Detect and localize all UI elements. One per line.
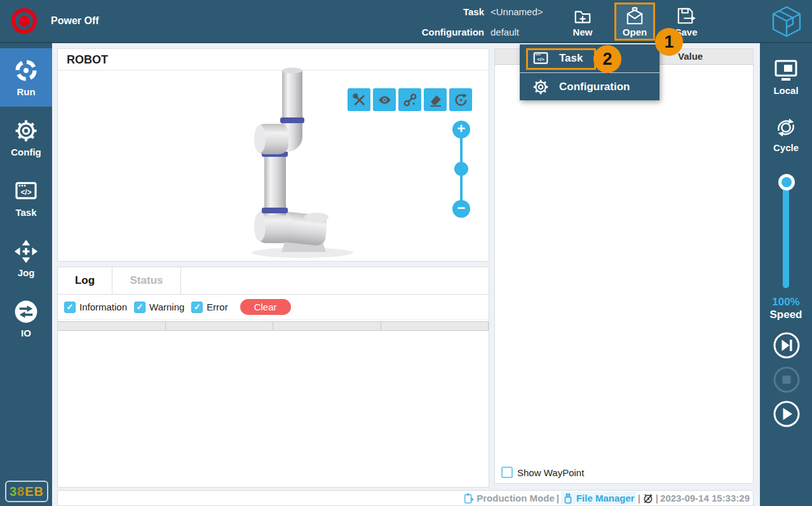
show-waypoint-checkbox[interactable] (501, 467, 513, 478)
show-waypoint-toggle[interactable]: Show WayPoint (501, 467, 584, 478)
robot-panel: ROBOT (57, 48, 489, 262)
code-window-icon: </> (14, 179, 38, 203)
annotation-step-1: 1 (655, 28, 683, 56)
power-button[interactable]: Power Off (11, 8, 99, 34)
right-sidebar: Local Cycle 100% Speed (760, 43, 812, 506)
play-button[interactable] (773, 400, 801, 428)
run-target-icon (14, 58, 38, 83)
open-button[interactable]: Open (614, 3, 655, 41)
local-mode-button[interactable]: Local (760, 58, 812, 96)
file-meta: Task <Unnamed> Configuration default (381, 1, 559, 42)
zoom-in-button[interactable]: + (452, 121, 470, 138)
log-column (58, 322, 166, 330)
filter-error[interactable]: ✓ Error (191, 302, 227, 313)
eye-icon (377, 92, 393, 108)
speed-slider-track[interactable] (783, 182, 789, 288)
open-dropdown-menu: </> Task Configuration (520, 44, 660, 100)
alarm-off-icon (642, 493, 654, 504)
badge-digit: 8 (17, 484, 25, 499)
error-checkbox[interactable]: ✓ (191, 302, 203, 313)
sidebar-item-label: Config (11, 147, 41, 157)
configuration-meta-label: Configuration (381, 27, 484, 37)
file-manager-link[interactable]: File Manager (561, 492, 636, 505)
menu-item-configuration[interactable]: Configuration (520, 72, 660, 100)
production-mode-icon (463, 493, 475, 504)
new-button-label: New (573, 27, 593, 37)
eraser-button[interactable] (424, 88, 447, 111)
log-tabs: Log Status (58, 267, 489, 295)
new-button[interactable]: New (562, 3, 603, 41)
log-panel: Log Status ✓ Information ✓ Warning ✓ Err… (57, 267, 489, 488)
task-meta-value: <Unnamed> (491, 6, 559, 17)
separator: | (557, 493, 559, 503)
eraser-icon (428, 92, 443, 108)
io-swap-icon (14, 300, 38, 324)
filter-information[interactable]: ✓ Information (64, 302, 127, 313)
value-panel: Value Show WayPoint (494, 48, 754, 484)
badge-digit: EB (25, 484, 44, 499)
information-checkbox[interactable]: ✓ (64, 302, 76, 313)
value-column-header: Value (678, 51, 703, 62)
save-floppy-icon (676, 6, 696, 25)
badge-digit: 3 (10, 484, 17, 499)
open-button-label: Open (623, 27, 647, 37)
left-sidebar: Run Config </> Task (0, 43, 52, 506)
speed-readout: 100% Speed (760, 296, 812, 321)
top-bar: Power Off Task <Unnamed> Configuration d… (0, 0, 812, 43)
step-forward-button[interactable] (773, 331, 801, 359)
annotation-step-2: 2 (593, 45, 621, 73)
power-label: Power Off (51, 15, 99, 27)
log-column (381, 322, 489, 330)
sidebar-item-label: Task (15, 207, 36, 218)
zoom-out-button[interactable]: − (452, 200, 470, 218)
sidebar-item-label: Jog (18, 267, 35, 278)
annotation-highlight-task (526, 48, 596, 70)
clear-log-button[interactable]: Clear (240, 299, 291, 315)
log-column (273, 322, 381, 330)
sidebar-item-task[interactable]: </> Task (0, 169, 52, 227)
warning-checkbox[interactable]: ✓ (134, 302, 145, 313)
usb-drive-icon (562, 493, 574, 504)
status-bar: Production Mode | File Manager | | 2023-… (57, 490, 754, 506)
svg-text:</>: </> (20, 188, 31, 197)
log-column (166, 322, 274, 330)
file-manager-label: File Manager (576, 493, 635, 503)
open-clipboard-icon (625, 6, 645, 25)
sidebar-item-label: IO (21, 328, 31, 338)
rotate-view-icon (453, 92, 469, 108)
log-filters: ✓ Information ✓ Warning ✓ Error Clear (58, 295, 489, 320)
menu-item-label: Configuration (559, 81, 630, 93)
filter-label: Error (206, 302, 227, 312)
cycle-label: Cycle (773, 142, 799, 153)
tab-log[interactable]: Log (58, 267, 112, 294)
sidebar-item-label: Run (17, 86, 35, 97)
monitor-icon (773, 58, 799, 83)
rotate-view-button[interactable] (449, 88, 472, 111)
stop-button[interactable] (773, 366, 801, 394)
filter-warning[interactable]: ✓ Warning (134, 302, 184, 313)
sidebar-item-io[interactable]: IO (0, 290, 52, 348)
sidebar-item-jog[interactable]: Jog (0, 229, 52, 288)
gear-icon (532, 79, 549, 95)
speed-slider-handle[interactable] (778, 174, 795, 190)
tab-status[interactable]: Status (112, 267, 181, 294)
log-table-header (58, 321, 489, 331)
visibility-button[interactable] (373, 88, 396, 111)
brand-cube-logo (769, 4, 804, 39)
sidebar-item-run[interactable]: Run (0, 48, 52, 107)
waypoints-button[interactable] (398, 88, 421, 111)
hex-id-badge[interactable]: 38EB (5, 481, 48, 502)
separator: | (656, 493, 658, 503)
local-label: Local (773, 85, 798, 96)
filter-label: Warning (149, 302, 184, 312)
gear-icon (14, 119, 38, 143)
production-mode-label: Production Mode (477, 493, 555, 503)
cycle-arrows-icon (773, 116, 799, 140)
sidebar-item-config[interactable]: Config (0, 109, 52, 167)
waypoints-icon (402, 92, 418, 108)
configuration-meta-value: default (491, 27, 559, 37)
tools-icon (351, 92, 367, 108)
zoom-slider-handle[interactable] (454, 162, 468, 176)
cycle-mode-button[interactable]: Cycle (760, 116, 812, 153)
tools-button[interactable] (348, 88, 370, 111)
